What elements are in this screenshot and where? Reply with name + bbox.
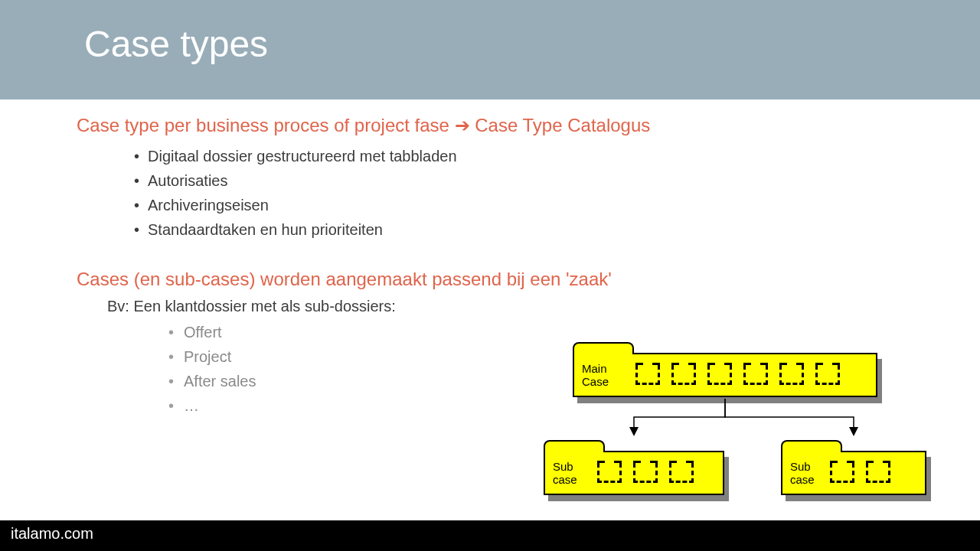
slide-title: Case types	[84, 23, 980, 65]
doc-icon	[635, 365, 660, 385]
doc-icon	[669, 463, 694, 483]
footer-bar: italamo.com	[0, 520, 980, 551]
sub-case-folder: Sub case	[544, 451, 724, 495]
slide: Case types Case type per business proces…	[0, 0, 980, 551]
bullet-item: Autorisaties	[134, 168, 980, 193]
doc-icon	[707, 365, 732, 385]
doc-icon	[815, 365, 840, 385]
doc-icon	[633, 463, 658, 483]
section2-intro: Bv: Een klantdossier met als sub-dossier…	[107, 298, 980, 315]
bullet-item: Standaardtaken en hun prioriteiten	[134, 217, 980, 242]
doc-icon	[743, 365, 768, 385]
doc-icon	[866, 463, 890, 483]
bullet-item: Archiveringseisen	[134, 193, 980, 217]
section1-heading: Case type per business proces of project…	[77, 115, 980, 136]
title-band: Case types	[0, 0, 980, 99]
main-case-folder: Main Case	[573, 353, 877, 397]
doc-icon	[779, 365, 804, 385]
doc-icon	[597, 463, 622, 483]
main-case-label: Main Case	[582, 362, 609, 389]
sub-case-label: Sub case	[790, 460, 815, 487]
footer-text: italamo.com	[11, 525, 93, 542]
doc-icon	[830, 463, 854, 483]
case-diagram: Main Case Sub case Sub	[544, 341, 934, 509]
doc-icon	[671, 365, 696, 385]
sub-case-label: Sub case	[553, 460, 577, 487]
bullet-item: Digitaal dossier gestructureerd met tabb…	[134, 144, 980, 168]
section2-heading: Cases (en sub-cases) worden aangemaakt p…	[77, 269, 980, 290]
sub-case-folder: Sub case	[781, 451, 926, 495]
section1-list: Digitaal dossier gestructureerd met tabb…	[134, 144, 980, 242]
